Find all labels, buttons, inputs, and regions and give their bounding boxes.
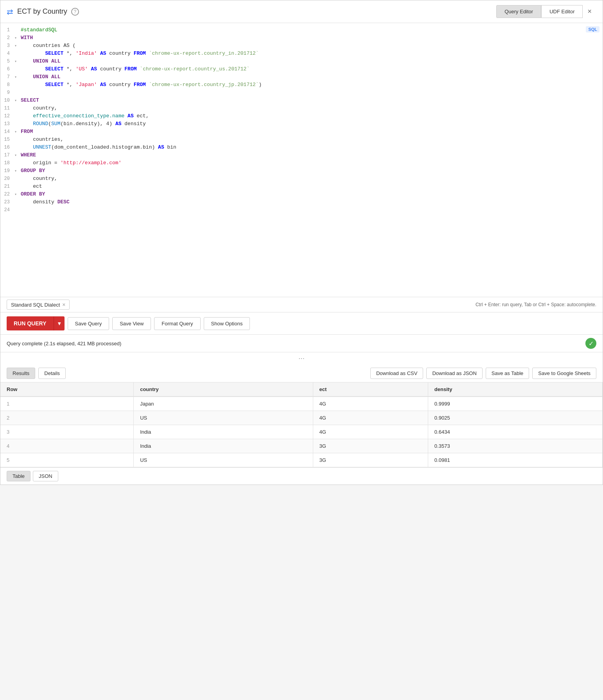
table-row: 2US4G0.9025 — [0, 411, 603, 425]
table-row: 5US3G0.0981 — [0, 453, 603, 467]
code-line: 12 effective_connection_type.name AS ect… — [0, 112, 603, 120]
tab-query-editor[interactable]: Query Editor — [496, 5, 541, 18]
code-line: 10 ▾ SELECT — [0, 97, 603, 104]
download-csv-button[interactable]: Download as CSV — [370, 368, 424, 379]
code-line: 11 country, — [0, 104, 603, 112]
save-view-button[interactable]: Save View — [112, 317, 151, 330]
tab-udf-editor[interactable]: UDF Editor — [541, 5, 583, 18]
table-cell: 0.6434 — [428, 425, 602, 439]
table-row: 1Japan4G0.9999 — [0, 397, 603, 411]
code-line: 9 — [0, 89, 603, 97]
results-table: Row country ect density 1Japan4G0.99992U… — [0, 382, 603, 467]
format-query-button[interactable]: Format Query — [154, 317, 200, 330]
table-cell: 2 — [0, 411, 134, 425]
download-json-button[interactable]: Download as JSON — [426, 368, 482, 379]
col-header-country: country — [134, 382, 313, 397]
table-cell: 3G — [313, 439, 428, 453]
save-query-button[interactable]: Save Query — [68, 317, 109, 330]
results-area: Results Details Download as CSV Download… — [0, 364, 603, 485]
header-right: Query Editor UDF Editor × — [496, 4, 596, 19]
status-message: Query complete (2.1s elapsed, 421 MB pro… — [7, 341, 121, 346]
table-cell: 0.3573 — [428, 439, 602, 453]
code-line: 5 ▾ UNION ALL — [0, 57, 603, 65]
table-cell: India — [134, 439, 313, 453]
code-line: 16 UNNEST(dom_content_loaded.histogram.b… — [0, 144, 603, 151]
table-cell: 0.0981 — [428, 453, 602, 467]
sql-badge: SQL — [586, 26, 599, 32]
footer-tab-json[interactable]: JSON — [33, 471, 58, 481]
footer-tab-table[interactable]: Table — [7, 471, 31, 481]
page-title: ECT by Country — [17, 7, 67, 16]
code-line: 8 SELECT *, 'Japan' AS country FROM `chr… — [0, 81, 603, 89]
code-line: 2 ▾ WITH — [0, 34, 603, 42]
code-line: 3 ▾ countries AS ( — [0, 42, 603, 50]
tab-results[interactable]: Results — [7, 368, 35, 379]
editor-hint: Ctrl + Enter: run query, Tab or Ctrl + S… — [476, 302, 596, 307]
code-editor[interactable]: 1 #standardSQL 2 ▾ WITH 3 ▾ countries AS… — [0, 23, 603, 297]
code-line: 23 density DESC — [0, 198, 603, 206]
help-label: ? — [74, 9, 76, 14]
table-header-row: Row country ect density — [0, 382, 603, 397]
table-cell: Japan — [134, 397, 313, 411]
table-cell: 4G — [313, 425, 428, 439]
code-line: 15 countries, — [0, 136, 603, 144]
close-button[interactable]: × — [583, 4, 596, 19]
table-cell: 3 — [0, 425, 134, 439]
table-cell: 0.9999 — [428, 397, 602, 411]
results-action-buttons: Download as CSV Download as JSON Save as… — [370, 368, 596, 379]
table-cell: 4G — [313, 397, 428, 411]
dialect-label: Standard SQL Dialect — [11, 302, 60, 308]
table-cell: US — [134, 453, 313, 467]
results-header: Results Details Download as CSV Download… — [0, 364, 603, 382]
code-line: 20 country, — [0, 175, 603, 183]
table-row: 3India4G0.6434 — [0, 425, 603, 439]
code-line: 14 ▾ FROM — [0, 128, 603, 136]
table-footer: Table JSON — [0, 467, 603, 485]
editor-footer: Standard SQL Dialect × Ctrl + Enter: run… — [0, 297, 603, 312]
run-query-dropdown-arrow[interactable]: ▾ — [54, 316, 65, 330]
table-cell: 0.9025 — [428, 411, 602, 425]
code-line: 6 SELECT *, 'US' AS country FROM `chrome… — [0, 65, 603, 73]
code-line: 1 #standardSQL — [0, 26, 603, 34]
main-window: ⇄ ECT by Country ? Query Editor UDF Edit… — [0, 0, 603, 485]
table-cell: 3G — [313, 453, 428, 467]
results-table-container: Row country ect density 1Japan4G0.99992U… — [0, 382, 603, 467]
col-header-row: Row — [0, 382, 134, 397]
table-cell: 5 — [0, 453, 134, 467]
col-header-density: density — [428, 382, 602, 397]
code-line: 21 ect — [0, 183, 603, 190]
drag-handle[interactable]: ⋯ — [0, 352, 603, 364]
col-header-ect: ect — [313, 382, 428, 397]
code-line: 18 origin = 'http://example.com' — [0, 159, 603, 167]
success-icon: ✓ — [585, 338, 596, 349]
save-to-sheets-button[interactable]: Save to Google Sheets — [532, 368, 596, 379]
link-icon: ⇄ — [7, 7, 13, 16]
code-line: 19 ▾ GROUP BY — [0, 167, 603, 175]
code-line: 17 ▾ WHERE — [0, 151, 603, 159]
table-cell: 1 — [0, 397, 134, 411]
code-line: 24 — [0, 206, 603, 214]
save-as-table-button[interactable]: Save as Table — [486, 368, 529, 379]
code-line: 4 SELECT *, 'India' AS country FROM `chr… — [0, 50, 603, 57]
dialect-close-button[interactable]: × — [62, 302, 65, 308]
header: ⇄ ECT by Country ? Query Editor UDF Edit… — [0, 0, 603, 23]
status-bar: Query complete (2.1s elapsed, 421 MB pro… — [0, 335, 603, 352]
help-icon[interactable]: ? — [71, 8, 79, 16]
tab-details[interactable]: Details — [38, 368, 66, 379]
table-cell: 4G — [313, 411, 428, 425]
table-cell: US — [134, 411, 313, 425]
dialect-tag: Standard SQL Dialect × — [7, 300, 70, 310]
table-row: 4India3G0.3573 — [0, 439, 603, 453]
show-options-button[interactable]: Show Options — [204, 317, 250, 330]
header-left: ⇄ ECT by Country ? — [7, 7, 79, 16]
run-query-button[interactable]: RUN QUERY ▾ — [7, 316, 65, 330]
table-cell: 4 — [0, 439, 134, 453]
code-line: 7 ▾ UNION ALL — [0, 73, 603, 81]
editor-area: SQL 1 #standardSQL 2 ▾ WITH 3 ▾ countrie… — [0, 23, 603, 312]
code-line: 13 ROUND(SUM(bin.density), 4) AS density — [0, 120, 603, 128]
action-bar: RUN QUERY ▾ Save Query Save View Format … — [0, 312, 603, 335]
run-query-label: RUN QUERY — [7, 316, 54, 330]
code-line: 22 ▾ ORDER BY — [0, 190, 603, 198]
table-cell: India — [134, 425, 313, 439]
